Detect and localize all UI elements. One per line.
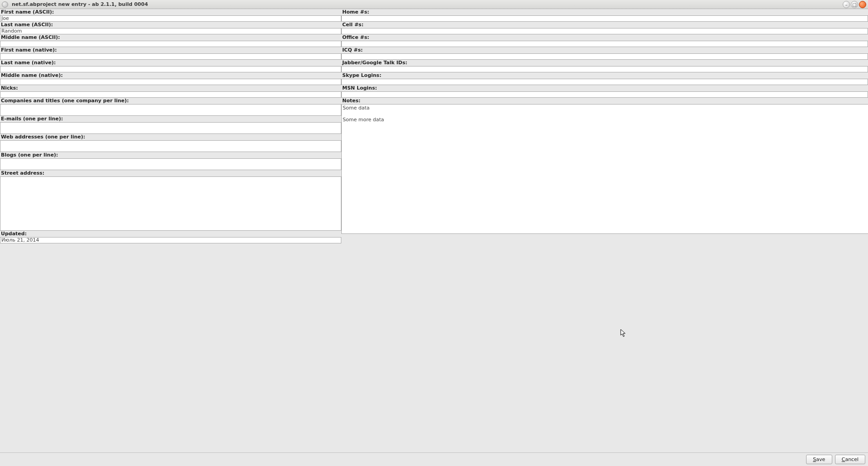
- label-middle-name-ascii: Middle name (ASCII):: [0, 34, 341, 41]
- button-bar: Save Cancel: [0, 452, 868, 466]
- updated-field[interactable]: [0, 237, 341, 243]
- nicks-field[interactable]: [0, 91, 341, 98]
- label-notes: Notes:: [341, 98, 868, 104]
- close-icon[interactable]: [859, 1, 866, 8]
- emails-field[interactable]: [0, 122, 341, 134]
- label-web: Web addresses (one per line):: [0, 134, 341, 140]
- last-name-ascii-field[interactable]: [0, 28, 341, 34]
- cancel-button-rest: ancel: [845, 456, 859, 462]
- companies-field[interactable]: [0, 104, 341, 116]
- label-updated: Updated:: [0, 231, 341, 237]
- label-first-name-native: First name (native):: [0, 47, 341, 53]
- app-icon: [2, 1, 8, 8]
- first-name-native-field[interactable]: [0, 53, 341, 60]
- save-button[interactable]: Save: [806, 455, 832, 464]
- label-last-name-ascii: Last name (ASCII):: [0, 22, 341, 28]
- label-first-name-ascii: First name (ASCII):: [0, 9, 341, 15]
- label-blogs: Blogs (one per line):: [0, 152, 341, 158]
- label-cell: Cell #s:: [341, 22, 868, 28]
- label-middle-name-native: Middle name (native):: [0, 72, 341, 79]
- msn-field[interactable]: [341, 91, 868, 98]
- blogs-field[interactable]: [0, 158, 341, 170]
- label-emails: E-mails (one per line):: [0, 116, 341, 122]
- street-field[interactable]: [0, 176, 341, 231]
- label-nicks: Nicks:: [0, 85, 341, 91]
- middle-name-native-field[interactable]: [0, 79, 341, 85]
- label-jabber: Jabber/Google Talk IDs:: [341, 60, 868, 66]
- cancel-button[interactable]: Cancel: [835, 455, 865, 464]
- last-name-native-field[interactable]: [0, 66, 341, 72]
- skype-field[interactable]: [341, 79, 868, 85]
- icq-field[interactable]: [341, 53, 868, 60]
- right-column: Home #s: Cell #s: Office #s: ICQ #s: Jab…: [341, 9, 868, 243]
- label-icq: ICQ #s:: [341, 47, 868, 53]
- label-skype: Skype Logins:: [341, 72, 868, 79]
- label-home: Home #s:: [341, 9, 868, 15]
- web-field[interactable]: [0, 140, 341, 152]
- window-title: net.sf.abproject new entry - ab 2.1.1, b…: [12, 1, 148, 7]
- jabber-field[interactable]: [341, 66, 868, 72]
- cell-field[interactable]: [341, 28, 868, 34]
- label-companies: Companies and titles (one company per li…: [0, 98, 341, 104]
- maximize-icon[interactable]: □: [851, 1, 858, 8]
- label-street: Street address:: [0, 170, 341, 176]
- home-field[interactable]: [341, 15, 868, 22]
- label-msn: MSN Logins:: [341, 85, 868, 91]
- label-last-name-native: Last name (native):: [0, 60, 341, 66]
- window-controls: – □: [843, 1, 866, 8]
- first-name-ascii-field[interactable]: [0, 15, 341, 22]
- label-office: Office #s:: [341, 34, 868, 41]
- save-button-rest: ave: [816, 456, 825, 462]
- office-field[interactable]: [341, 41, 868, 47]
- left-column: First name (ASCII): Last name (ASCII): M…: [0, 9, 341, 243]
- minimize-icon[interactable]: –: [843, 1, 850, 8]
- mouse-cursor-icon: [620, 329, 627, 338]
- form-area: First name (ASCII): Last name (ASCII): M…: [0, 9, 868, 243]
- titlebar: net.sf.abproject new entry - ab 2.1.1, b…: [0, 0, 868, 9]
- middle-name-ascii-field[interactable]: [0, 41, 341, 47]
- notes-field[interactable]: [341, 104, 868, 234]
